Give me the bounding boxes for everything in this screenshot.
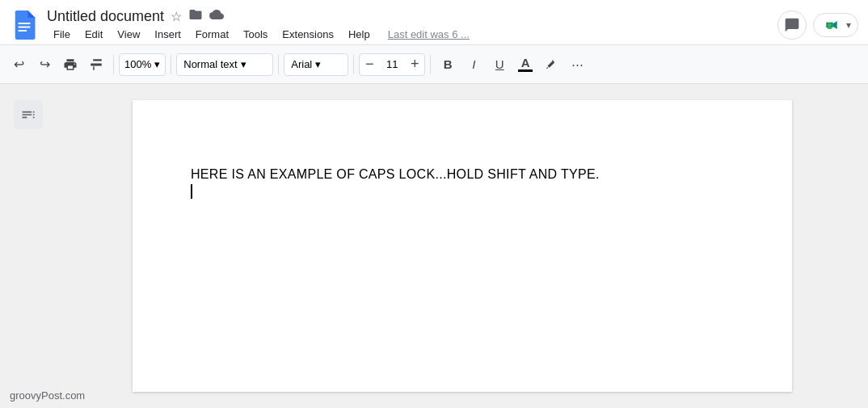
zoom-chevron-icon: ▾: [154, 58, 160, 70]
style-chevron-icon: ▾: [241, 58, 246, 70]
svg-rect-2: [19, 30, 27, 32]
font-size-input[interactable]: 11: [379, 58, 405, 70]
menu-insert[interactable]: Insert: [148, 27, 188, 42]
meet-button[interactable]: ▾: [813, 13, 858, 37]
toolbar: ↩ ↪ 100% ▾ Normal text ▾ Arial ▾ − 11 + …: [0, 45, 868, 84]
toolbar-separator-4: [353, 55, 354, 74]
toolbar-separator-2: [171, 55, 171, 74]
menu-help[interactable]: Help: [342, 27, 377, 42]
zoom-value: 100%: [124, 58, 151, 70]
menu-format[interactable]: Format: [189, 27, 235, 42]
font-size-increase-button[interactable]: +: [405, 53, 424, 76]
star-icon[interactable]: ☆: [171, 9, 182, 24]
font-color-button[interactable]: A: [513, 53, 537, 77]
redo-button[interactable]: ↪: [32, 53, 57, 77]
menu-file[interactable]: File: [47, 27, 77, 42]
comments-button[interactable]: [777, 11, 807, 40]
document-title[interactable]: Untitled document: [47, 8, 164, 25]
svg-rect-1: [19, 26, 31, 27]
document-content[interactable]: HERE IS AN EXAMPLE OF CAPS LOCK...HOLD S…: [191, 165, 734, 199]
menu-bar: File Edit View Insert Format Tools Exten…: [47, 27, 777, 42]
header-right: ▾: [777, 11, 858, 40]
watermark: groovyPost.com: [10, 389, 85, 402]
bold-button[interactable]: B: [436, 53, 460, 77]
font-color-bar: [518, 69, 533, 72]
docs-logo-icon: [10, 11, 39, 40]
doc-title-row: Untitled document ☆: [47, 7, 777, 25]
main-area: HERE IS AN EXAMPLE OF CAPS LOCK...HOLD S…: [0, 84, 868, 408]
menu-tools[interactable]: Tools: [237, 27, 274, 42]
title-bar: Untitled document ☆ File Edit View Inser…: [0, 0, 868, 45]
highlight-color-button[interactable]: [539, 53, 563, 77]
paragraph-style-selector[interactable]: Normal text ▾: [176, 53, 273, 76]
font-chevron-icon: ▾: [315, 58, 321, 70]
cloud-save-icon: [209, 7, 224, 25]
undo-button[interactable]: ↩: [6, 53, 31, 77]
document-area[interactable]: HERE IS AN EXAMPLE OF CAPS LOCK...HOLD S…: [57, 84, 868, 408]
document-text-line1: HERE IS AN EXAMPLE OF CAPS LOCK...HOLD S…: [191, 165, 734, 184]
font-color-letter: A: [521, 57, 530, 69]
last-edit-status[interactable]: Last edit was 6 ...: [388, 28, 470, 40]
svg-rect-0: [19, 23, 31, 24]
print-button[interactable]: [58, 53, 82, 77]
underline-button[interactable]: U: [487, 53, 512, 77]
more-options-button[interactable]: ⋯: [565, 53, 589, 77]
meet-chevron-icon: ▾: [846, 19, 851, 31]
document-page: HERE IS AN EXAMPLE OF CAPS LOCK...HOLD S…: [133, 100, 792, 392]
title-section: Untitled document ☆ File Edit View Inser…: [47, 7, 777, 42]
sidebar: [0, 84, 57, 408]
meet-icon: [820, 17, 843, 33]
menu-view[interactable]: View: [111, 27, 146, 42]
svg-point-4: [828, 23, 832, 27]
italic-button[interactable]: I: [461, 53, 486, 77]
document-outline-button[interactable]: [14, 100, 43, 129]
paint-format-button[interactable]: [84, 53, 108, 77]
menu-extensions[interactable]: Extensions: [276, 27, 340, 42]
zoom-selector[interactable]: 100% ▾: [119, 53, 166, 76]
menu-edit[interactable]: Edit: [78, 27, 109, 42]
font-size-decrease-button[interactable]: −: [360, 53, 379, 76]
toolbar-separator-5: [430, 55, 431, 74]
cursor-line: [191, 184, 734, 199]
font-value: Arial: [291, 58, 312, 70]
toolbar-separator-1: [113, 55, 114, 74]
style-value: Normal text: [183, 58, 237, 70]
folder-icon: [188, 7, 203, 25]
text-cursor: [191, 184, 192, 199]
font-selector[interactable]: Arial ▾: [284, 53, 348, 76]
toolbar-separator-3: [278, 55, 279, 74]
font-size-control: − 11 +: [359, 53, 425, 76]
